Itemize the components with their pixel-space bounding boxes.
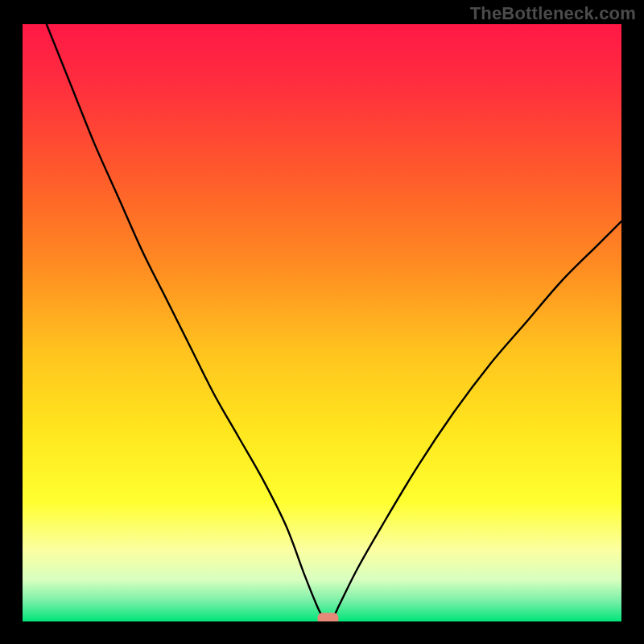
watermark-text: TheBottleneck.com xyxy=(470,3,636,24)
gradient-background xyxy=(23,24,621,621)
chart-frame: TheBottleneck.com xyxy=(0,0,644,644)
plot-area xyxy=(23,24,621,621)
optimal-marker xyxy=(317,613,338,621)
chart-svg xyxy=(23,24,621,621)
